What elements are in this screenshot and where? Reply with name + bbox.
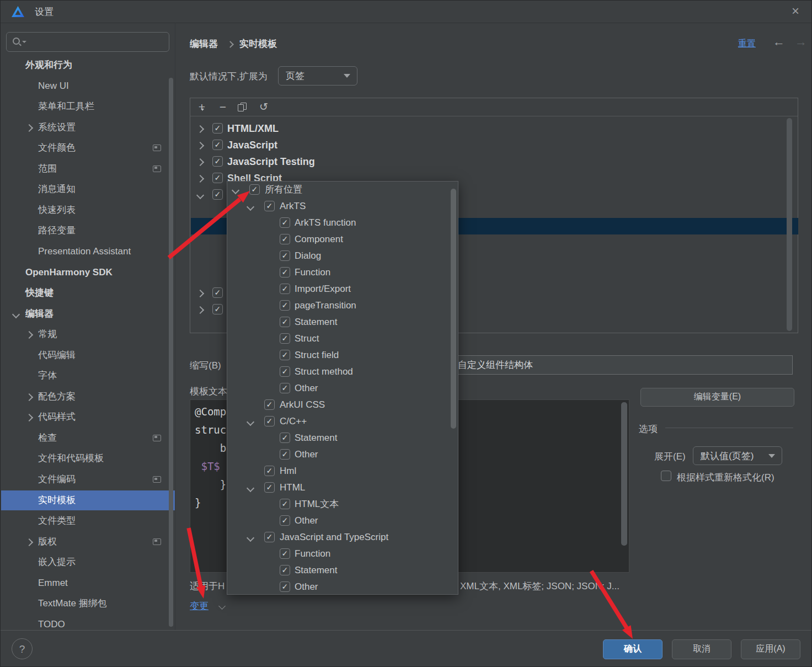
context-checkbox[interactable] <box>280 515 290 526</box>
cancel-button[interactable]: 取消 <box>672 639 731 659</box>
popup-tree-row[interactable]: JavaScript and TypeScript <box>227 529 458 546</box>
confirm-button[interactable]: 确认 <box>603 639 663 659</box>
apply-button[interactable]: 应用(A) <box>741 639 800 659</box>
popup-tree-row[interactable]: Dialog <box>227 248 458 264</box>
change-link[interactable]: 变更 <box>190 600 209 612</box>
group-checkbox[interactable] <box>212 173 223 183</box>
popup-tree-row[interactable]: pageTransition <box>227 297 458 314</box>
sidebar-item[interactable]: 版权 <box>1 532 175 552</box>
group-checkbox[interactable] <box>212 123 223 134</box>
popup-tree-row[interactable]: ArkTS <box>227 198 458 215</box>
help-button[interactable]: ? <box>12 638 33 659</box>
sidebar-item[interactable]: 编辑器 <box>1 304 175 324</box>
context-checkbox[interactable] <box>280 317 290 327</box>
chevron-down-icon[interactable] <box>247 203 254 211</box>
context-checkbox[interactable] <box>264 466 275 476</box>
sidebar-scrollbar[interactable] <box>169 78 173 627</box>
popup-tree-row[interactable]: ArkTS function <box>227 215 458 231</box>
context-checkbox[interactable] <box>280 581 290 592</box>
chevron-right-icon[interactable] <box>25 124 33 132</box>
popup-tree-row[interactable]: C/C++ <box>227 413 458 430</box>
sidebar-item[interactable]: 代码样式 <box>1 407 175 427</box>
sidebar-item[interactable]: 范围 <box>1 159 175 179</box>
sidebar-item[interactable]: 检查 <box>1 428 175 448</box>
context-checkbox[interactable] <box>280 284 290 294</box>
chevron-down-icon[interactable] <box>12 311 20 318</box>
popup-tree-row[interactable]: HTML文本 <box>227 496 458 513</box>
popup-tree-row[interactable]: Component <box>227 231 458 248</box>
sidebar-item[interactable]: 路径变量 <box>1 221 175 241</box>
context-checkbox[interactable] <box>280 234 290 244</box>
back-arrow-icon[interactable]: ← <box>773 35 785 49</box>
template-group-row[interactable]: HTML/XML <box>191 120 798 137</box>
chevron-right-icon[interactable] <box>25 331 33 339</box>
sidebar-item[interactable]: Presentation Assistant <box>1 242 175 262</box>
popup-tree-row[interactable]: Hml <box>227 463 458 479</box>
popup-tree-row[interactable]: ArkUI CSS <box>227 397 458 413</box>
group-checkbox[interactable] <box>212 140 223 150</box>
popup-tree-row[interactable]: Statement <box>227 562 458 579</box>
remove-button[interactable]: − <box>216 100 230 114</box>
sidebar-item[interactable]: 实时模板 <box>1 490 175 510</box>
popup-tree-row[interactable]: Other <box>227 446 458 463</box>
context-checkbox[interactable] <box>280 433 290 443</box>
duplicate-button[interactable] <box>238 103 247 111</box>
chevron-right-icon[interactable] <box>196 142 204 150</box>
context-checkbox[interactable] <box>249 184 260 195</box>
chevron-down-icon[interactable] <box>232 186 239 194</box>
reset-link[interactable]: 重置 <box>738 38 756 50</box>
sidebar-item[interactable]: New UI <box>1 76 175 96</box>
edit-variables-button[interactable]: 编辑变量(E) <box>640 388 794 407</box>
popup-tree-row[interactable]: Statement <box>227 430 458 446</box>
reformat-checkbox[interactable] <box>661 471 671 481</box>
context-checkbox[interactable] <box>280 565 290 575</box>
expand-default-select[interactable]: 页签 <box>278 66 357 86</box>
expand-with-select[interactable]: 默认值(页签) <box>693 446 782 465</box>
popup-tree-row[interactable]: Function <box>227 546 458 562</box>
popup-tree-row[interactable]: Other <box>227 513 458 529</box>
popup-tree-row[interactable]: Struct method <box>227 364 458 380</box>
list-scrollbar[interactable] <box>787 118 792 331</box>
sidebar-item[interactable]: 配色方案 <box>1 387 175 407</box>
popup-tree-row[interactable]: 所有位置 <box>227 182 458 198</box>
sidebar-item[interactable]: 字体 <box>1 366 175 386</box>
forward-arrow-icon[interactable]: → <box>795 35 807 49</box>
undo-button[interactable]: ↺ <box>257 100 271 114</box>
popup-tree-row[interactable]: Import/Export <box>227 281 458 297</box>
popup-tree-row[interactable]: Struct <box>227 330 458 347</box>
chevron-right-icon[interactable] <box>196 175 204 183</box>
context-checkbox[interactable] <box>264 416 275 426</box>
context-checkbox[interactable] <box>264 482 275 493</box>
group-checkbox[interactable] <box>212 156 223 167</box>
context-checkbox[interactable] <box>280 499 290 509</box>
chevron-down-icon[interactable] <box>247 484 254 492</box>
popup-tree-row[interactable]: Statement <box>227 314 458 330</box>
sidebar-item[interactable]: 文件编码 <box>1 469 175 489</box>
popup-tree-row[interactable]: Function <box>227 264 458 281</box>
group-checkbox[interactable] <box>212 189 223 200</box>
chevron-down-icon[interactable] <box>196 191 204 199</box>
chevron-right-icon[interactable] <box>196 158 204 166</box>
context-checkbox[interactable] <box>280 350 290 360</box>
popup-tree-row[interactable]: Other <box>227 579 458 595</box>
search-input[interactable] <box>6 32 169 52</box>
context-checkbox[interactable] <box>264 201 275 211</box>
change-caret-icon[interactable] <box>218 602 226 610</box>
sidebar-item[interactable]: TextMate 捆绑包 <box>1 594 175 613</box>
context-checkbox[interactable] <box>280 449 290 460</box>
sidebar-item[interactable]: 消息通知 <box>1 179 175 199</box>
context-checkbox[interactable] <box>280 333 290 344</box>
context-checkbox[interactable] <box>280 548 290 559</box>
group-checkbox[interactable] <box>212 304 223 314</box>
breadcrumb-parent[interactable]: 编辑器 <box>190 38 218 50</box>
sidebar-item[interactable]: 嵌入提示 <box>1 552 175 572</box>
sidebar-item[interactable]: 文件颜色 <box>1 138 175 158</box>
sidebar-item[interactable]: 快速列表 <box>1 200 175 220</box>
context-checkbox[interactable] <box>264 532 275 542</box>
chevron-down-icon[interactable] <box>247 418 254 426</box>
sidebar-item[interactable]: 代码编辑 <box>1 345 175 365</box>
chevron-down-icon[interactable] <box>247 534 254 542</box>
sidebar-item[interactable]: OpenHarmony SDK <box>1 263 175 282</box>
context-checkbox[interactable] <box>280 300 290 311</box>
close-icon[interactable]: × <box>786 3 805 20</box>
